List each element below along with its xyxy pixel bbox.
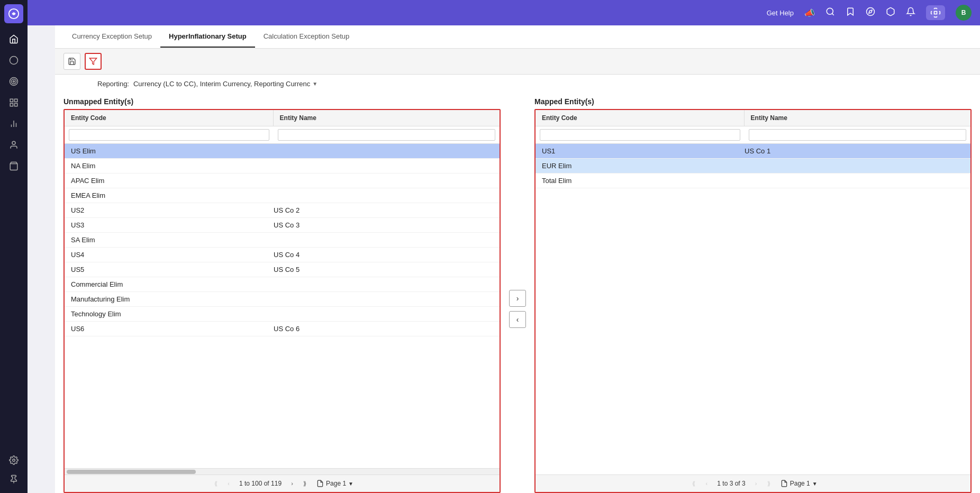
unmapped-panel: Unmapped Entity(s) Entity Code Entity Na… (63, 93, 501, 493)
search-icon[interactable] (825, 7, 835, 19)
sidebar (0, 0, 28, 493)
mapped-pagination-first[interactable]: ⟪ (688, 478, 699, 489)
cube-icon[interactable] (886, 7, 895, 19)
table-row[interactable]: APAC Elim (65, 174, 500, 188)
pagination-first[interactable]: ⟪ (211, 478, 221, 489)
sidebar-item-settings[interactable] (4, 451, 23, 470)
unmapped-entity-list: US Elim NA Elim APAC Elim EMEA Elim (65, 144, 500, 468)
sidebar-item-chart[interactable] (4, 114, 23, 133)
mapped-entity-list: US1 US Co 1 EUR Elim Total Elim (536, 144, 970, 474)
user-avatar[interactable]: B (956, 5, 972, 21)
pagination-last[interactable]: ⟫ (300, 478, 310, 489)
toolbar (55, 49, 980, 75)
table-row[interactable]: Technology Elim (65, 307, 500, 322)
tab-hyperinflationary[interactable]: HyperInflationary Setup (160, 26, 255, 48)
mapped-filter-row (536, 126, 970, 144)
bookmark-icon[interactable] (846, 7, 855, 19)
header: Get Help 📣 B (28, 0, 980, 25)
reporting-row: Reporting: Currency (LC to CC), Interim … (55, 75, 980, 93)
mapped-pagination-last[interactable]: ⟫ (764, 478, 774, 489)
transfer-forward-button[interactable]: › (509, 290, 526, 307)
page-icon (316, 480, 324, 487)
unmapped-filter-name[interactable] (278, 129, 495, 141)
table-row[interactable]: Commercial Elim (65, 277, 500, 292)
table-row[interactable]: Manufacturing Elim (65, 292, 500, 307)
reporting-dropdown-icon: ▼ (312, 81, 317, 87)
table-row[interactable]: US5 US Co 5 (65, 262, 500, 277)
reporting-value[interactable]: Currency (LC to CC), Interim Currency, R… (133, 80, 317, 88)
svg-point-16 (827, 8, 833, 14)
table-row[interactable]: US1 US Co 1 (536, 144, 970, 159)
unmapped-col-code: Entity Code (65, 110, 274, 126)
table-row[interactable]: Total Elim (536, 174, 970, 188)
bell-icon[interactable] (906, 7, 915, 19)
sidebar-item-box[interactable] (4, 157, 23, 176)
mapped-page-select[interactable]: Page 1 ▼ (781, 480, 818, 487)
svg-point-1 (10, 57, 18, 65)
transfer-buttons: › ‹ (501, 125, 534, 493)
mapped-filter-name[interactable] (749, 129, 966, 141)
pagination-info: 1 to 100 of 119 (239, 480, 282, 487)
help-link[interactable]: Get Help (767, 9, 794, 17)
table-row[interactable]: US Elim (65, 144, 500, 159)
table-row[interactable]: US4 US Co 4 (65, 248, 500, 262)
svg-point-18 (867, 8, 875, 16)
megaphone-icon[interactable]: 📣 (804, 8, 815, 18)
unmapped-title: Unmapped Entity(s) (63, 93, 501, 109)
mapped-pagination-prev[interactable]: ‹ (701, 478, 712, 489)
tab-currency[interactable]: Currency Exception Setup (63, 26, 160, 48)
table-row[interactable]: US3 US Co 3 (65, 218, 500, 233)
mapped-page-dropdown-icon: ▼ (812, 481, 818, 487)
table-row[interactable]: US2 US Co 2 (65, 203, 500, 218)
table-row[interactable]: NA Elim (65, 159, 500, 174)
transfer-back-button[interactable]: ‹ (509, 311, 526, 328)
compass-icon[interactable] (866, 7, 875, 19)
sidebar-item-pin[interactable] (4, 470, 23, 489)
unmapped-pagination: ⟪ ‹ 1 to 100 of 119 › ⟫ Page 1 ▼ (65, 474, 500, 492)
filter-button[interactable] (85, 53, 102, 70)
unmapped-hscroll-thumb[interactable] (67, 470, 196, 474)
unmapped-hscroll (65, 468, 500, 474)
svg-point-12 (12, 141, 15, 144)
svg-point-14 (13, 459, 15, 462)
pagination-prev[interactable]: ‹ (223, 478, 234, 489)
table-row[interactable]: EUR Elim (536, 159, 970, 174)
page-select[interactable]: Page 1 ▼ (316, 480, 353, 487)
mapped-pagination: ⟪ ‹ 1 to 3 of 3 › ⟫ Page 1 ▼ (536, 474, 970, 492)
content-area: Unmapped Entity(s) Entity Code Entity Na… (55, 93, 980, 493)
pagination-next[interactable]: › (287, 478, 297, 489)
chip-icon (926, 5, 945, 20)
table-row[interactable]: SA Elim (65, 233, 500, 248)
reporting-label: Reporting: (97, 80, 129, 88)
tab-bar: Currency Exception Setup HyperInflationa… (55, 25, 980, 49)
mapped-page-icon (781, 480, 788, 487)
svg-rect-5 (10, 99, 13, 102)
app-logo[interactable] (4, 4, 23, 23)
sidebar-item-user[interactable] (4, 135, 23, 154)
svg-rect-7 (10, 104, 13, 106)
mapped-pagination-info: 1 to 3 of 3 (717, 480, 745, 487)
mapped-col-code: Entity Code (536, 110, 745, 126)
svg-point-4 (13, 81, 15, 83)
svg-marker-21 (89, 58, 96, 65)
unmapped-col-name: Entity Name (274, 110, 500, 126)
sidebar-item-grid[interactable] (4, 93, 23, 112)
sidebar-item-target[interactable] (4, 72, 23, 91)
svg-point-3 (12, 79, 16, 84)
svg-rect-8 (15, 104, 17, 106)
sidebar-item-circle[interactable] (4, 51, 23, 70)
mapped-title: Mapped Entity(s) (534, 93, 972, 109)
table-row[interactable]: US6 US Co 6 (65, 322, 500, 336)
save-button[interactable] (63, 53, 80, 70)
main-content: Currency Exception Setup HyperInflationa… (55, 25, 980, 493)
sidebar-item-home[interactable] (4, 30, 23, 49)
mapped-filter-code[interactable] (540, 129, 740, 141)
tab-calculation[interactable]: Calculation Exception Setup (255, 26, 358, 48)
table-row[interactable]: EMEA Elim (65, 188, 500, 203)
svg-rect-6 (15, 99, 17, 102)
mapped-col-name: Entity Name (745, 110, 970, 126)
mapped-table-header: Entity Code Entity Name (536, 110, 970, 126)
mapped-panel: Mapped Entity(s) Entity Code Entity Name… (534, 93, 972, 493)
unmapped-filter-code[interactable] (69, 129, 269, 141)
mapped-pagination-next[interactable]: › (751, 478, 761, 489)
